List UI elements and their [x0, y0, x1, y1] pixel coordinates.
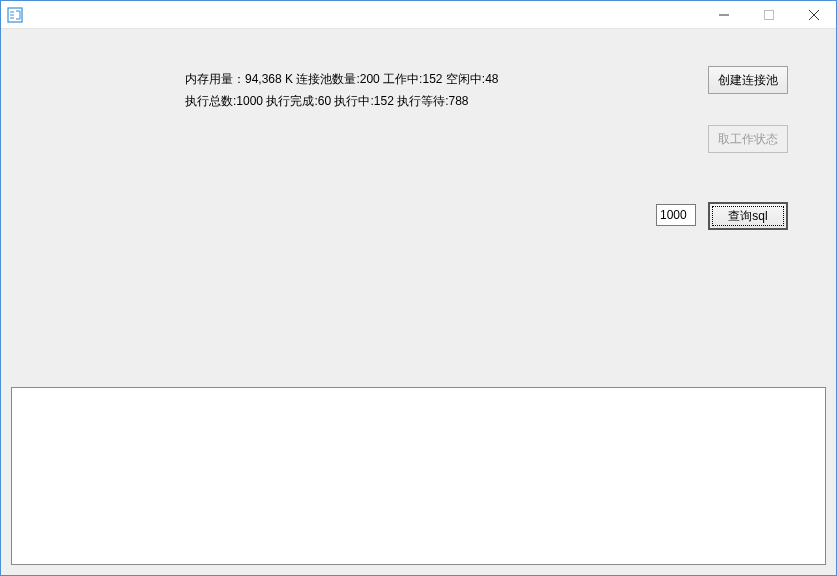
output-panel	[11, 387, 826, 565]
exec-wait-label: 执行等待:	[397, 94, 448, 108]
client-area: 内存用量：94,368 K 连接池数量:200 工作中:152 空闲中:48 执…	[1, 29, 836, 575]
mem-value: 94,368 K	[245, 72, 293, 86]
idle-value: 48	[485, 72, 498, 86]
create-pool-button[interactable]: 创建连接池	[708, 66, 788, 94]
close-button[interactable]	[791, 1, 836, 29]
output-textarea[interactable]	[12, 388, 825, 564]
get-status-button: 取工作状态	[708, 125, 788, 153]
mem-label: 内存用量：	[185, 72, 245, 86]
maximize-button[interactable]	[746, 1, 791, 29]
exec-wait-value: 788	[449, 94, 469, 108]
minimize-button[interactable]	[701, 1, 746, 29]
titlebar	[1, 1, 836, 29]
count-input[interactable]	[656, 204, 696, 226]
exec-done-value: 60	[318, 94, 331, 108]
app-icon	[7, 7, 23, 23]
pool-label: 连接池数量:	[296, 72, 359, 86]
status-text: 内存用量：94,368 K 连接池数量:200 工作中:152 空闲中:48 执…	[185, 69, 499, 111]
app-window: 内存用量：94,368 K 连接池数量:200 工作中:152 空闲中:48 执…	[0, 0, 837, 576]
status-line-1: 内存用量：94,368 K 连接池数量:200 工作中:152 空闲中:48	[185, 69, 499, 89]
query-sql-button[interactable]: 查询sql	[708, 202, 788, 230]
titlebar-left	[7, 7, 23, 23]
pool-value: 200	[360, 72, 380, 86]
svg-rect-2	[764, 11, 773, 20]
exec-total-value: 1000	[236, 94, 263, 108]
working-value: 152	[422, 72, 442, 86]
exec-done-label: 执行完成:	[266, 94, 317, 108]
exec-running-value: 152	[374, 94, 394, 108]
status-line-2: 执行总数:1000 执行完成:60 执行中:152 执行等待:788	[185, 91, 499, 111]
exec-running-label: 执行中:	[334, 94, 373, 108]
titlebar-controls	[701, 1, 836, 28]
working-label: 工作中:	[383, 72, 422, 86]
exec-total-label: 执行总数:	[185, 94, 236, 108]
idle-label: 空闲中:	[446, 72, 485, 86]
